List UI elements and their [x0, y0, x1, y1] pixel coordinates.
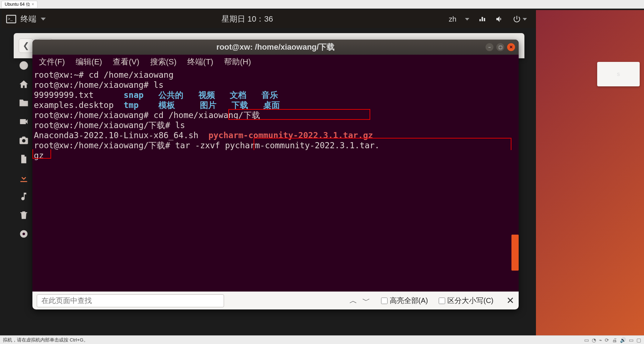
find-next-button[interactable]: ﹀ [362, 295, 370, 306]
back-button[interactable]: ❮ [19, 39, 33, 53]
folder-peek: s [597, 62, 640, 86]
menu-terminal[interactable]: 终端(T) [187, 56, 213, 67]
menu-file[interactable]: 文件(F) [39, 56, 65, 67]
downloads-icon[interactable] [18, 172, 30, 184]
tray-icon[interactable]: ◔ [592, 337, 596, 343]
tray-icon[interactable]: ⌁ [599, 337, 602, 343]
terminal-titlebar[interactable]: root@xw: /home/xiaowang/下载 – ▢ ✕ [32, 40, 519, 55]
prompt: root@xw:/home/xiaowang# [34, 110, 149, 120]
side-launcher [14, 57, 34, 240]
folder-peek-label: s [617, 71, 620, 77]
prompt: root@xw:/home/xiaowang/下载# [34, 121, 170, 130]
close-find-button[interactable]: ✕ [506, 295, 514, 306]
cmd-text: gz [34, 151, 44, 160]
host-tray-icons: ▭ ◔ ⌁ ⟳ 🖨 🔊 ▭ ▢ [584, 337, 641, 343]
camera-icon[interactable] [18, 135, 30, 146]
window-controls: – ▢ ✕ [486, 43, 515, 51]
find-bar: ︿ ﹀ 高亮全部(A) 区分大小写(C) ✕ [32, 291, 519, 309]
menu-edit[interactable]: 编辑(E) [76, 56, 102, 67]
video-icon[interactable] [18, 116, 30, 127]
power-icon[interactable] [513, 15, 521, 23]
ls-dir: snap [124, 90, 143, 100]
volume-icon[interactable] [495, 15, 504, 23]
vm-screen: >_ 终端 星期日 10：36 zh ❮ ❯ s [0, 9, 644, 335]
document-icon[interactable] [18, 153, 30, 165]
terminal-title: root@xw: /home/xiaowang/下载 [216, 42, 335, 53]
panel-clock[interactable]: 星期日 10：36 [46, 14, 449, 24]
gnome-top-panel: >_ 终端 星期日 10：36 zh [2, 10, 536, 28]
menu-search[interactable]: 搜索(S) [150, 56, 176, 67]
match-case-checkbox[interactable]: 区分大小写(C) [439, 296, 493, 305]
tray-icon[interactable]: ▢ [636, 337, 641, 343]
panel-system-area[interactable]: zh [449, 15, 536, 23]
trash-icon[interactable] [18, 209, 30, 221]
host-tabs: Ubuntu 64 位 × [0, 0, 644, 9]
tray-icon[interactable]: ▭ [629, 337, 634, 343]
cmd-text: cd /home/xiaowang [84, 70, 173, 80]
scrollbar-thumb[interactable] [511, 235, 519, 271]
ls-dir: tmp [124, 100, 139, 110]
network-icon[interactable] [478, 15, 487, 23]
prompt: root@xw:~# [34, 70, 84, 80]
cmd-text: cd /home/xiaowang/下载 [149, 110, 260, 120]
terminal-menubar: 文件(F) 编辑(E) 查看(V) 搜索(S) 终端(T) 帮助(H) [32, 55, 519, 69]
disc-icon[interactable] [18, 228, 30, 240]
highlight-all-label: 高亮全部(A) [390, 296, 428, 305]
terminal-window: root@xw: /home/xiaowang/下载 – ▢ ✕ 文件(F) 编… [32, 40, 519, 309]
vm-tab-label: Ubuntu 64 位 [5, 1, 30, 8]
maximize-button[interactable]: ▢ [496, 43, 504, 51]
cmd-text: ls [170, 121, 185, 130]
tray-icon[interactable]: 🔊 [620, 337, 626, 343]
prompt: root@xw:/home/xiaowang/下载# [34, 141, 170, 150]
recent-icon[interactable] [18, 60, 30, 71]
host-status-bar: 拟机，请在虚拟机内部单击或按 Ctrl+G。 ▭ ◔ ⌁ ⟳ 🖨 🔊 ▭ ▢ [0, 335, 644, 344]
minimize-button[interactable]: – [486, 43, 493, 51]
prompt: root@xw:/home/xiaowang# [34, 80, 149, 90]
ls-file: examples.desktop [34, 100, 124, 110]
svg-text:>_: >_ [8, 17, 13, 21]
chevron-down-icon [523, 18, 527, 21]
close-button[interactable]: ✕ [507, 43, 515, 51]
host-status-text: 拟机，请在虚拟机内部单击或按 Ctrl+G。 [3, 337, 88, 343]
folder-icon[interactable] [18, 97, 30, 109]
highlight-all-checkbox[interactable]: 高亮全部(A) [381, 296, 428, 305]
terminal-app-icon: >_ [6, 15, 16, 23]
ls-file: 99999999.txt [34, 90, 124, 100]
find-prev-button[interactable]: ︿ [349, 295, 357, 306]
cmd-text: ls [149, 80, 164, 90]
menu-view[interactable]: 查看(V) [113, 56, 139, 67]
tray-icon[interactable]: ⟳ [605, 337, 609, 343]
tray-icon[interactable]: 🖨 [612, 337, 617, 343]
match-case-input[interactable] [439, 298, 445, 304]
panel-app-label: 终端 [21, 14, 36, 24]
close-icon[interactable]: × [32, 2, 34, 7]
terminal-body[interactable]: root@xw:~# cd /home/xiaowang root@xw:/ho… [32, 69, 519, 291]
desktop-wallpaper [536, 10, 644, 335]
match-case-label: 区分大小写(C) [447, 296, 493, 305]
chevron-down-icon [465, 18, 469, 21]
home-icon[interactable] [18, 78, 30, 90]
ls-dir: 公共的 视频 文档 音乐 [144, 90, 278, 100]
panel-app-menu[interactable]: >_ 终端 [2, 14, 46, 24]
music-icon[interactable] [18, 191, 30, 202]
vm-tab[interactable]: Ubuntu 64 位 × [1, 1, 37, 8]
menu-help[interactable]: 帮助(H) [224, 56, 251, 67]
tray-icon[interactable]: ▭ [584, 337, 589, 343]
svg-point-4 [23, 233, 25, 235]
input-method-indicator[interactable]: zh [449, 15, 456, 23]
chevron-down-icon [41, 18, 46, 21]
cmd-text: tar -zxvf pycharm-community-2022.3.1.tar… [170, 141, 380, 150]
ls-dir: 模板 图片 下载 桌面 [139, 100, 280, 110]
ls-archive: pycharm-community-2022.3.1.tar.gz [209, 131, 373, 140]
find-input[interactable] [37, 294, 224, 307]
ls-file: Anaconda3-2022.10-Linux-x86_64.sh [34, 131, 209, 140]
highlight-all-input[interactable] [381, 298, 388, 304]
